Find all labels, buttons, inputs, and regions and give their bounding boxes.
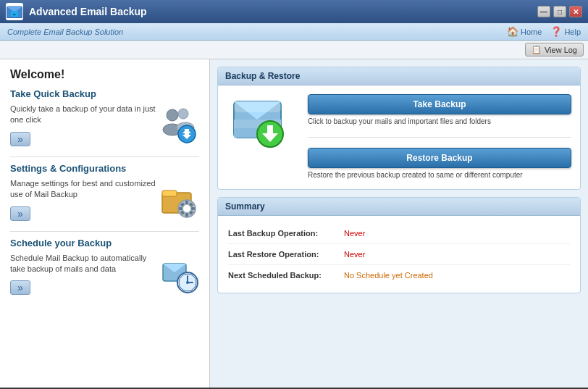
take-backup-button[interactable]: Take Backup	[308, 94, 571, 114]
svg-rect-38	[234, 101, 281, 112]
summary-header: Summary	[218, 198, 580, 216]
last-restore-value: Never	[344, 250, 365, 259]
main-content: Welcome! Take Quick Backup Quickly take …	[0, 59, 588, 388]
app-title: Advanced Email Backup	[29, 6, 147, 17]
settings-title: Settings & Configurations	[10, 163, 199, 174]
home-label: Home	[521, 28, 542, 36]
restore-backup-button[interactable]: Restore Backup	[308, 148, 571, 168]
schedule-link[interactable]: Schedule your Backup	[10, 238, 112, 248]
backup-actions: Take Backup Click to backup your mails a…	[308, 94, 571, 180]
svg-rect-13	[162, 191, 177, 196]
settings-desc: Manage settings for best and customized …	[10, 178, 159, 201]
summary-panel: Summary Last Backup Operation: Never Las…	[217, 197, 581, 293]
backup-icon-area	[227, 94, 299, 152]
divider-2	[10, 231, 199, 232]
help-nav-button[interactable]: ❓ Help	[550, 26, 581, 37]
svg-point-6	[178, 109, 188, 119]
settings-arrow[interactable]: »	[10, 206, 30, 221]
viewlog-area: 📋 View Log	[0, 41, 588, 59]
help-label: Help	[564, 28, 581, 36]
close-button[interactable]: ✕	[569, 6, 582, 17]
schedule-arrow[interactable]: »	[10, 280, 30, 295]
schedule-title: Schedule your Backup	[10, 238, 199, 248]
svg-point-15	[183, 205, 190, 212]
restore-backup-desc: Restore the previous backup created to s…	[308, 170, 571, 180]
last-backup-value: Never	[344, 229, 365, 238]
settings-row: Manage settings for best and customized …	[10, 178, 199, 221]
settings-link[interactable]: Settings & Configurations	[10, 163, 126, 174]
svg-point-30	[186, 281, 189, 284]
summary-body: Last Backup Operation: Never Last Restor…	[218, 216, 580, 293]
svg-rect-17	[185, 213, 188, 217]
home-icon: 🏠	[507, 26, 518, 37]
subtitle-nav: 🏠 Home ❓ Help	[507, 26, 581, 37]
last-backup-row: Last Backup Operation: Never	[228, 223, 570, 244]
window-controls: — □ ✕	[537, 6, 582, 17]
backup-restore-body: Take Backup Click to backup your mails a…	[218, 85, 580, 189]
next-scheduled-label: Next Scheduled Backup:	[228, 271, 344, 280]
titlebar: Advanced Email Backup — □ ✕	[0, 0, 588, 23]
app-icon	[6, 3, 23, 20]
action-separator	[308, 137, 571, 138]
next-scheduled-row: Next Scheduled Backup: No Schedule yet C…	[228, 265, 570, 285]
schedule-left: Schedule Mail Backup to automatically ta…	[10, 253, 159, 296]
subtitlebar: Complete Email Backup Solution 🏠 Home ❓ …	[0, 23, 588, 41]
svg-rect-16	[185, 201, 188, 204]
svg-rect-19	[191, 207, 195, 210]
svg-point-4	[167, 109, 178, 121]
quick-backup-arrow[interactable]: »	[10, 132, 30, 146]
divider-1	[10, 156, 199, 157]
schedule-section: Schedule your Backup Schedule Mail Backu…	[10, 238, 199, 296]
take-backup-desc: Click to backup your mails and important…	[308, 117, 571, 127]
restore-backup-block: Restore Backup Restore the previous back…	[308, 148, 571, 180]
quick-backup-row: Quickly take a backup of your data in ju…	[10, 104, 199, 146]
quick-backup-title: Take Quick Backup	[10, 88, 199, 99]
titlebar-left: Advanced Email Backup	[6, 3, 147, 20]
viewlog-button[interactable]: 📋 View Log	[525, 43, 584, 57]
settings-icon	[159, 180, 199, 219]
next-scheduled-value: No Schedule yet Created	[344, 271, 433, 280]
svg-rect-18	[179, 207, 182, 210]
left-panel: Welcome! Take Quick Backup Quickly take …	[0, 59, 210, 388]
schedule-row: Schedule Mail Backup to automatically ta…	[10, 253, 199, 296]
take-backup-block: Take Backup Click to backup your mails a…	[308, 94, 571, 127]
quick-backup-icon	[159, 105, 199, 145]
backup-restore-header: Backup & Restore	[218, 67, 580, 85]
right-panel: Backup & Restore	[210, 59, 588, 388]
subtitle-text: Complete Email Backup Solution	[7, 28, 123, 36]
schedule-desc: Schedule Mail Backup to automatically ta…	[10, 253, 159, 275]
welcome-title: Welcome!	[10, 68, 199, 81]
schedule-icon	[159, 254, 199, 293]
svg-rect-36	[267, 125, 273, 134]
quick-backup-section: Take Quick Backup Quickly take a backup …	[10, 88, 199, 146]
backup-restore-panel: Backup & Restore	[217, 67, 581, 190]
settings-section: Settings & Configurations Manage setting…	[10, 163, 199, 221]
home-nav-button[interactable]: 🏠 Home	[507, 26, 542, 37]
viewlog-label: View Log	[545, 46, 577, 54]
last-backup-label: Last Backup Operation:	[228, 229, 344, 238]
viewlog-icon: 📋	[532, 45, 542, 54]
minimize-button[interactable]: —	[537, 6, 550, 17]
last-restore-row: Last Restore Operation: Never	[228, 244, 570, 265]
svg-rect-10	[185, 129, 189, 135]
quick-backup-desc: Quickly take a backup of your data in ju…	[10, 104, 159, 126]
quick-backup-left: Quickly take a backup of your data in ju…	[10, 104, 159, 146]
help-icon: ❓	[550, 26, 562, 37]
maximize-button[interactable]: □	[553, 6, 566, 17]
last-restore-label: Last Restore Operation:	[228, 250, 344, 259]
quick-backup-link[interactable]: Take Quick Backup	[10, 88, 96, 99]
settings-left: Manage settings for best and customized …	[10, 178, 159, 221]
